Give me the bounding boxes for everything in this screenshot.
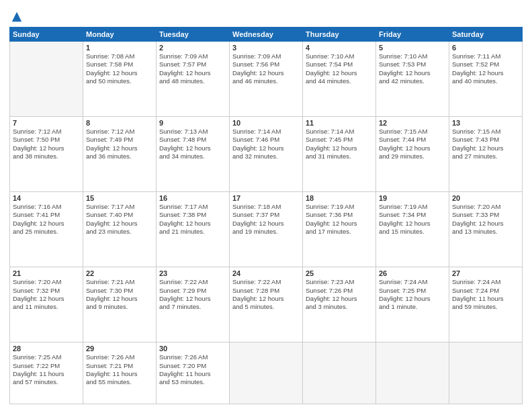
day-info: Sunrise: 7:15 AM Sunset: 7:43 PM Dayligh…: [452, 128, 519, 161]
calendar-cell: [10, 42, 83, 117]
day-info: Sunrise: 7:08 AM Sunset: 7:58 PM Dayligh…: [86, 52, 153, 85]
day-number: 1: [86, 44, 153, 52]
day-number: 22: [86, 269, 153, 277]
day-number: 28: [13, 345, 80, 353]
day-info: Sunrise: 7:20 AM Sunset: 7:33 PM Dayligh…: [452, 203, 519, 236]
calendar-cell: 10Sunrise: 7:14 AM Sunset: 7:46 PM Dayli…: [230, 117, 303, 192]
day-info: Sunrise: 7:10 AM Sunset: 7:53 PM Dayligh…: [379, 52, 446, 85]
calendar-cell: 6Sunrise: 7:11 AM Sunset: 7:52 PM Daylig…: [449, 42, 523, 117]
day-info: Sunrise: 7:11 AM Sunset: 7:52 PM Dayligh…: [452, 52, 519, 85]
day-number: 6: [452, 44, 519, 52]
day-info: Sunrise: 7:23 AM Sunset: 7:26 PM Dayligh…: [306, 278, 373, 311]
calendar-cell: 4Sunrise: 7:10 AM Sunset: 7:54 PM Daylig…: [303, 42, 376, 117]
day-number: 16: [159, 194, 226, 202]
calendar-cell: 29Sunrise: 7:26 AM Sunset: 7:21 PM Dayli…: [83, 342, 157, 404]
logo: [9, 9, 23, 23]
day-info: Sunrise: 7:24 AM Sunset: 7:25 PM Dayligh…: [379, 278, 446, 311]
week-row-1: 1Sunrise: 7:08 AM Sunset: 7:58 PM Daylig…: [10, 42, 523, 117]
day-info: Sunrise: 7:14 AM Sunset: 7:46 PM Dayligh…: [232, 128, 300, 161]
day-info: Sunrise: 7:19 AM Sunset: 7:34 PM Dayligh…: [379, 203, 446, 236]
weekday-header-tuesday: Tuesday: [157, 28, 230, 42]
calendar-cell: 12Sunrise: 7:15 AM Sunset: 7:44 PM Dayli…: [376, 117, 449, 192]
day-info: Sunrise: 7:24 AM Sunset: 7:24 PM Dayligh…: [452, 278, 519, 311]
calendar-cell: [449, 342, 523, 404]
day-number: 15: [86, 194, 153, 202]
weekday-header-sunday: Sunday: [10, 28, 83, 42]
calendar-cell: 7Sunrise: 7:12 AM Sunset: 7:50 PM Daylig…: [10, 117, 83, 192]
day-number: 18: [306, 194, 373, 202]
day-info: Sunrise: 7:13 AM Sunset: 7:48 PM Dayligh…: [159, 128, 226, 161]
day-info: Sunrise: 7:26 AM Sunset: 7:20 PM Dayligh…: [159, 353, 226, 386]
day-number: 17: [232, 194, 300, 202]
day-info: Sunrise: 7:17 AM Sunset: 7:38 PM Dayligh…: [159, 203, 226, 236]
calendar-cell: 15Sunrise: 7:17 AM Sunset: 7:40 PM Dayli…: [83, 192, 157, 267]
day-number: 19: [379, 194, 446, 202]
day-info: Sunrise: 7:09 AM Sunset: 7:56 PM Dayligh…: [232, 52, 300, 85]
day-number: 11: [306, 119, 373, 127]
calendar-cell: [303, 342, 376, 404]
calendar-cell: 30Sunrise: 7:26 AM Sunset: 7:20 PM Dayli…: [157, 342, 230, 404]
day-info: Sunrise: 7:25 AM Sunset: 7:22 PM Dayligh…: [13, 353, 80, 386]
day-number: 8: [86, 119, 153, 127]
weekday-header-thursday: Thursday: [303, 28, 376, 42]
day-number: 10: [232, 119, 300, 127]
week-row-3: 14Sunrise: 7:16 AM Sunset: 7:41 PM Dayli…: [10, 192, 523, 267]
day-number: 27: [452, 269, 519, 277]
page: SundayMondayTuesdayWednesdayThursdayFrid…: [0, 0, 532, 411]
calendar-cell: 20Sunrise: 7:20 AM Sunset: 7:33 PM Dayli…: [449, 192, 523, 267]
calendar-cell: 23Sunrise: 7:22 AM Sunset: 7:29 PM Dayli…: [157, 267, 230, 342]
calendar-cell: 16Sunrise: 7:17 AM Sunset: 7:38 PM Dayli…: [157, 192, 230, 267]
calendar-cell: 3Sunrise: 7:09 AM Sunset: 7:56 PM Daylig…: [230, 42, 303, 117]
calendar-cell: [230, 342, 303, 404]
weekday-header-wednesday: Wednesday: [230, 28, 303, 42]
weekday-header-friday: Friday: [376, 28, 449, 42]
svg-marker-0: [12, 12, 21, 21]
day-info: Sunrise: 7:09 AM Sunset: 7:57 PM Dayligh…: [159, 52, 226, 85]
day-info: Sunrise: 7:14 AM Sunset: 7:45 PM Dayligh…: [306, 128, 373, 161]
calendar-cell: 2Sunrise: 7:09 AM Sunset: 7:57 PM Daylig…: [157, 42, 230, 117]
day-number: 3: [232, 44, 300, 52]
day-info: Sunrise: 7:21 AM Sunset: 7:30 PM Dayligh…: [86, 278, 153, 311]
day-number: 4: [306, 44, 373, 52]
day-info: Sunrise: 7:20 AM Sunset: 7:32 PM Dayligh…: [13, 278, 80, 311]
calendar-cell: 27Sunrise: 7:24 AM Sunset: 7:24 PM Dayli…: [449, 267, 523, 342]
day-info: Sunrise: 7:10 AM Sunset: 7:54 PM Dayligh…: [306, 52, 373, 85]
calendar-cell: 8Sunrise: 7:12 AM Sunset: 7:49 PM Daylig…: [83, 117, 157, 192]
calendar-cell: 17Sunrise: 7:18 AM Sunset: 7:37 PM Dayli…: [230, 192, 303, 267]
day-info: Sunrise: 7:12 AM Sunset: 7:49 PM Dayligh…: [86, 128, 153, 161]
day-number: 12: [379, 119, 446, 127]
day-number: 5: [379, 44, 446, 52]
calendar-cell: 19Sunrise: 7:19 AM Sunset: 7:34 PM Dayli…: [376, 192, 449, 267]
day-number: 25: [306, 269, 373, 277]
day-number: 20: [452, 194, 519, 202]
day-info: Sunrise: 7:22 AM Sunset: 7:29 PM Dayligh…: [159, 278, 226, 311]
weekday-header-row: SundayMondayTuesdayWednesdayThursdayFrid…: [10, 28, 523, 42]
day-info: Sunrise: 7:22 AM Sunset: 7:28 PM Dayligh…: [232, 278, 300, 311]
calendar-cell: 28Sunrise: 7:25 AM Sunset: 7:22 PM Dayli…: [10, 342, 83, 404]
day-number: 13: [452, 119, 519, 127]
calendar-cell: 21Sunrise: 7:20 AM Sunset: 7:32 PM Dayli…: [10, 267, 83, 342]
day-info: Sunrise: 7:19 AM Sunset: 7:36 PM Dayligh…: [306, 203, 373, 236]
calendar-cell: 11Sunrise: 7:14 AM Sunset: 7:45 PM Dayli…: [303, 117, 376, 192]
day-number: 14: [13, 194, 80, 202]
day-number: 24: [232, 269, 300, 277]
day-info: Sunrise: 7:16 AM Sunset: 7:41 PM Dayligh…: [13, 203, 80, 236]
day-number: 29: [86, 345, 153, 353]
calendar-cell: 18Sunrise: 7:19 AM Sunset: 7:36 PM Dayli…: [303, 192, 376, 267]
day-info: Sunrise: 7:17 AM Sunset: 7:40 PM Dayligh…: [86, 203, 153, 236]
calendar-cell: 24Sunrise: 7:22 AM Sunset: 7:28 PM Dayli…: [230, 267, 303, 342]
calendar-cell: 14Sunrise: 7:16 AM Sunset: 7:41 PM Dayli…: [10, 192, 83, 267]
calendar-cell: 1Sunrise: 7:08 AM Sunset: 7:58 PM Daylig…: [83, 42, 157, 117]
day-number: 7: [13, 119, 80, 127]
week-row-4: 21Sunrise: 7:20 AM Sunset: 7:32 PM Dayli…: [10, 267, 523, 342]
week-row-2: 7Sunrise: 7:12 AM Sunset: 7:50 PM Daylig…: [10, 117, 523, 192]
day-number: 30: [159, 345, 226, 353]
day-info: Sunrise: 7:12 AM Sunset: 7:50 PM Dayligh…: [13, 128, 80, 161]
day-info: Sunrise: 7:18 AM Sunset: 7:37 PM Dayligh…: [232, 203, 300, 236]
day-number: 21: [13, 269, 80, 277]
day-number: 23: [159, 269, 226, 277]
calendar-cell: 9Sunrise: 7:13 AM Sunset: 7:48 PM Daylig…: [157, 117, 230, 192]
calendar-cell: 25Sunrise: 7:23 AM Sunset: 7:26 PM Dayli…: [303, 267, 376, 342]
calendar-cell: 13Sunrise: 7:15 AM Sunset: 7:43 PM Dayli…: [449, 117, 523, 192]
day-number: 9: [159, 119, 226, 127]
